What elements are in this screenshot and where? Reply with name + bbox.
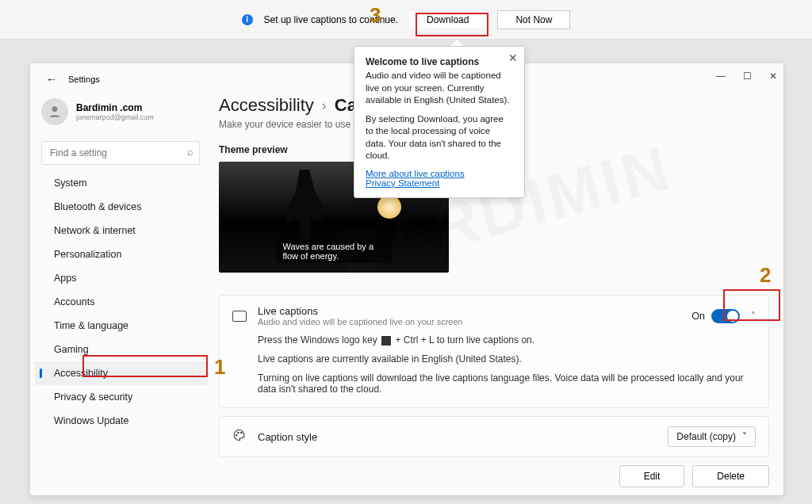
sidebar: Bardimin .com jonemarpod@gmail.com ⌕ Sys… [30, 89, 208, 495]
search-wrap: ⌕ [41, 141, 200, 165]
annotation-box-3 [416, 13, 488, 36]
caption-style-dropdown[interactable]: Default (copy) ˅ [668, 426, 756, 447]
preview-sun [377, 195, 401, 219]
live-captions-title: Live captions [258, 305, 691, 317]
palette-icon [232, 428, 247, 445]
sidebar-item-privacy-security[interactable]: Privacy & security [35, 385, 208, 409]
live-captions-card: Live captions Audio and video will be ca… [219, 295, 769, 408]
maximize-icon[interactable]: ☐ [743, 71, 752, 82]
user-email: jonemarpod@gmail.com [76, 113, 154, 121]
preview-caption: Waves are caused by a flow of energy. [277, 239, 392, 263]
annotation-box-2 [723, 289, 780, 321]
annotation-box-1 [82, 355, 208, 377]
caption-style-card: Caption style Default (copy) ˅ [219, 416, 769, 457]
back-icon[interactable]: ← [46, 73, 57, 86]
edit-button[interactable]: Edit [619, 465, 685, 487]
chevron-down-icon: ˅ [742, 431, 747, 442]
sidebar-item-network-internet[interactable]: Network & internet [35, 219, 208, 242]
window-title: Settings [68, 74, 100, 84]
popup-link-more[interactable]: More about live captions [366, 169, 513, 178]
caption-style-buttons: Edit Delete [219, 465, 769, 487]
avatar-icon [41, 98, 68, 125]
annotation-3: 3 [370, 3, 381, 28]
popup-link-privacy[interactable]: Privacy Statement [366, 178, 513, 188]
sidebar-item-apps[interactable]: Apps [35, 266, 208, 290]
toggle-state: On [691, 311, 705, 322]
titlebar-left: ← Settings [46, 73, 100, 86]
lc-line2: Live captions are currently available in… [258, 353, 756, 365]
breadcrumb-sep: › [322, 97, 327, 114]
search-input[interactable] [41, 141, 200, 165]
search-icon[interactable]: ⌕ [187, 146, 193, 158]
breadcrumb-root[interactable]: Accessibility [219, 95, 314, 116]
user-profile[interactable]: Bardimin .com jonemarpod@gmail.com [35, 94, 208, 128]
svg-point-2 [238, 432, 239, 433]
sidebar-item-accounts[interactable]: Accounts [35, 290, 208, 314]
caption-style-label: Caption style [258, 431, 668, 443]
live-captions-popup: ✕ Welcome to live captions Audio and vid… [354, 46, 525, 198]
popup-p1: Audio and video will be captioned live o… [366, 70, 513, 107]
not-now-button[interactable]: Not Now [497, 10, 570, 29]
svg-point-1 [236, 434, 238, 436]
live-captions-sub: Audio and video will be captioned live o… [258, 317, 691, 326]
delete-button[interactable]: Delete [692, 465, 769, 487]
tooltip-arrow [450, 40, 463, 46]
minimize-icon[interactable]: — [716, 71, 726, 82]
lc-line1: Press the Windows logo key + Ctrl + L to… [258, 334, 756, 346]
live-captions-header[interactable]: Live captions Audio and video will be ca… [232, 305, 756, 326]
sidebar-item-bluetooth-devices[interactable]: Bluetooth & devices [35, 195, 208, 219]
annotation-1: 1 [214, 355, 225, 380]
svg-point-3 [241, 432, 243, 433]
close-icon[interactable]: ✕ [508, 52, 518, 64]
windows-key-icon [381, 336, 391, 346]
sidebar-item-system[interactable]: System [35, 171, 208, 195]
dropdown-value: Default (copy) [676, 431, 736, 442]
close-window-icon[interactable]: ✕ [769, 71, 777, 82]
captions-icon [232, 311, 247, 322]
svg-point-0 [52, 106, 58, 112]
nav-list: SystemBluetooth & devicesNetwork & inter… [35, 171, 208, 433]
sidebar-item-personalization[interactable]: Personalization [35, 242, 208, 266]
annotation-2: 2 [760, 263, 771, 288]
popup-p2: By selecting Download, you agree to the … [366, 113, 513, 162]
sidebar-item-time-language[interactable]: Time & language [35, 314, 208, 338]
lc-line3: Turning on live captions will download t… [258, 372, 756, 395]
user-name: Bardimin .com [76, 102, 154, 113]
info-icon: i [242, 14, 253, 25]
sidebar-item-windows-update[interactable]: Windows Update [35, 409, 208, 433]
popup-title: Welcome to live captions [366, 56, 513, 67]
notification-bar: i Set up live captions to continue. Down… [0, 0, 812, 40]
